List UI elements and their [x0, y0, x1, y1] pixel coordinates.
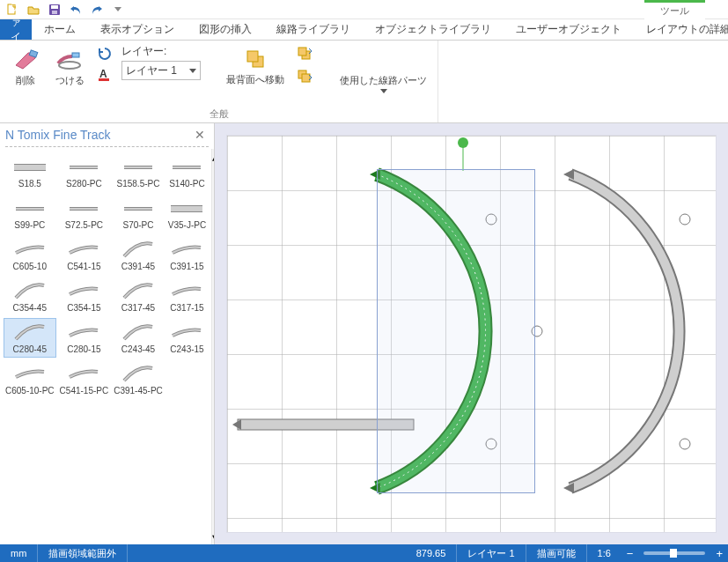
part-label: C541-15-PC [60, 386, 109, 396]
svg-point-36 [680, 214, 690, 225]
send-to-back-button[interactable]: 最背面へ移動 [223, 44, 288, 86]
part-S158.5-PC[interactable]: S158.5-PC [112, 152, 165, 192]
part-C243-45[interactable]: C243-45 [112, 318, 165, 358]
scroll-down-icon[interactable]: ▾ [212, 530, 214, 544]
part-S280-PC[interactable]: S280-PC [58, 152, 111, 192]
parts-grid: S18.5S280-PCS158.5-PCS140-PCS99-PCS72.5-… [0, 149, 211, 544]
part-label: C354-45 [13, 303, 47, 313]
redo-icon[interactable] [90, 3, 104, 17]
part-thumb-icon [66, 156, 101, 177]
svg-rect-3 [52, 11, 57, 14]
part-label: C243-45 [121, 344, 155, 354]
undo-icon[interactable] [69, 3, 83, 17]
drawing-canvas[interactable] [227, 136, 716, 532]
svg-rect-30 [171, 206, 202, 211]
send-backward-button[interactable] [295, 67, 314, 86]
zoom-slider-thumb[interactable] [670, 549, 677, 558]
scroll-up-icon[interactable]: ▴ [212, 149, 214, 163]
part-C354-15[interactable]: C354-15 [58, 277, 111, 316]
svg-rect-18 [70, 166, 98, 168]
part-S140-PC[interactable]: S140-PC [166, 152, 208, 192]
zoom-slider[interactable] [643, 551, 705, 555]
part-C605-10-PC[interactable]: C605-10-PC [4, 359, 56, 399]
ribbon-group-label: 全般 [7, 106, 430, 121]
panel-scrollbar[interactable]: ▴ ▾ [211, 149, 214, 544]
open-file-icon[interactable] [26, 3, 40, 17]
selection-box[interactable] [377, 169, 535, 493]
quick-access-toolbar [0, 0, 728, 19]
delete-label: 削除 [16, 74, 35, 87]
part-blank[interactable] [166, 359, 208, 399]
part-label: S18.5 [18, 179, 41, 189]
part-S72.5-PC[interactable]: S72.5-PC [58, 194, 111, 233]
part-C243-15[interactable]: C243-15 [166, 318, 208, 358]
part-S70-PC[interactable]: S70-PC [112, 194, 165, 233]
svg-rect-6 [72, 53, 79, 57]
part-thumb-icon [121, 280, 156, 301]
attach-label: つける [55, 74, 85, 87]
part-C317-15[interactable]: C317-15 [166, 277, 208, 316]
file-tab[interactable]: ファイル [0, 19, 32, 40]
part-thumb-icon [12, 197, 48, 218]
svg-rect-16 [14, 165, 46, 170]
qat-customize-icon[interactable] [114, 7, 121, 11]
part-C317-45[interactable]: C317-45 [112, 277, 165, 316]
part-label: C317-15 [170, 303, 203, 313]
attach-button[interactable]: つける [51, 44, 88, 89]
svg-rect-26 [70, 208, 98, 210]
tab-layout-detail[interactable]: レイアウトの詳細設 [634, 19, 728, 40]
layer-dropdown[interactable]: レイヤー 1 [121, 61, 201, 80]
zoom-out-button[interactable]: − [621, 547, 639, 560]
svg-rect-28 [124, 208, 152, 210]
part-label: S99-PC [14, 220, 45, 230]
part-C391-15[interactable]: C391-15 [166, 235, 208, 275]
part-C280-15[interactable]: C280-15 [58, 318, 111, 358]
zoom-in-button[interactable]: + [710, 547, 728, 560]
part-label: V35-J-PC [168, 220, 206, 230]
ribbon-tab-row: ツール ファイル ホーム 表示オプション 図形の挿入 線路ライブラリ オブジェク… [0, 19, 728, 41]
send-to-back-label: 最背面へ移動 [226, 74, 284, 85]
tab-display-options[interactable]: 表示オプション [88, 19, 187, 40]
part-label: C354-15 [67, 303, 100, 313]
svg-rect-22 [173, 166, 201, 168]
tab-user-object[interactable]: ユーザーオブジェクト [504, 19, 634, 40]
font-color-button[interactable]: A [95, 65, 114, 85]
part-C354-45[interactable]: C354-45 [4, 277, 56, 316]
tab-track-library[interactable]: 線路ライブラリ [264, 19, 363, 40]
status-layer: レイヤー 1 [457, 544, 526, 562]
chevron-down-icon [380, 89, 387, 93]
tab-object-library[interactable]: オブジェクトライブラリ [363, 19, 504, 40]
svg-point-5 [59, 62, 80, 69]
panel-close-icon[interactable]: ✕ [191, 128, 209, 142]
bring-forward-button[interactable] [295, 44, 314, 63]
part-thumb-icon [12, 239, 48, 260]
tab-insert-shape[interactable]: 図形の挿入 [187, 19, 264, 40]
part-label: C391-45-PC [114, 386, 163, 396]
part-thumb-icon [169, 363, 204, 384]
used-track-parts-button[interactable]: 使用した線路パーツ [336, 44, 430, 95]
part-label: C391-15 [170, 262, 203, 271]
svg-rect-20 [124, 166, 152, 168]
part-label: S158.5-PC [117, 179, 160, 189]
layer-chooser: レイヤー: レイヤー 1 [121, 44, 201, 80]
refresh-button[interactable] [95, 44, 114, 63]
part-V35-J-PC[interactable]: V35-J-PC [166, 194, 208, 233]
part-C280-45[interactable]: C280-45 [4, 318, 56, 358]
part-C605-10[interactable]: C605-10 [4, 235, 56, 275]
rotation-handle[interactable] [458, 137, 468, 148]
part-C391-45-PC[interactable]: C391-45-PC [112, 359, 165, 399]
part-C541-15-PC[interactable]: C541-15-PC [58, 359, 111, 399]
tab-home[interactable]: ホーム [32, 19, 88, 40]
part-S18.5[interactable]: S18.5 [4, 152, 56, 192]
parts-panel: N Tomix Fine Track ✕ S18.5S280-PCS158.5-… [0, 123, 215, 544]
part-thumb-icon [121, 156, 156, 177]
part-thumb-icon [169, 156, 204, 177]
part-thumb-icon [12, 322, 48, 343]
svg-point-38 [680, 439, 690, 449]
part-label: C280-15 [67, 344, 100, 354]
save-icon[interactable] [48, 3, 62, 17]
part-S99-PC[interactable]: S99-PC [4, 194, 56, 233]
part-C391-45[interactable]: C391-45 [112, 235, 165, 275]
canvas-viewport[interactable] [215, 123, 728, 544]
part-C541-15[interactable]: C541-15 [58, 235, 111, 275]
